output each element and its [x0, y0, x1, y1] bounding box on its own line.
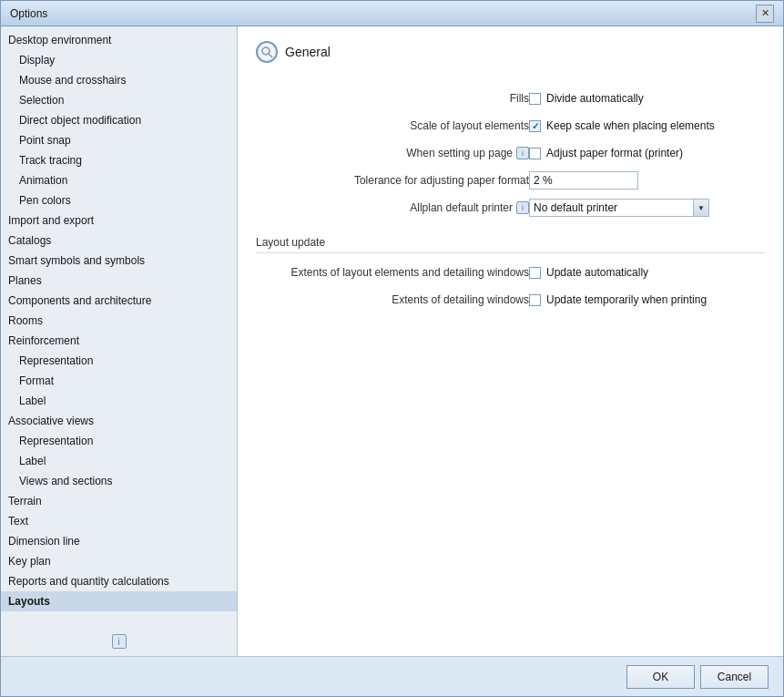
printer-control: ▼ [529, 199, 709, 217]
sidebar-item-selection[interactable]: Selection [1, 90, 237, 110]
sidebar-item-assoc-label[interactable]: Label [1, 451, 237, 471]
sidebar-item-components-arch[interactable]: Components and architecture [1, 291, 237, 311]
scale-checkbox[interactable] [529, 120, 541, 132]
tolerance-input[interactable] [529, 171, 638, 190]
printer-label: Allplan default printer [410, 201, 513, 214]
fills-checkbox[interactable] [529, 93, 541, 105]
when-setting-row: When setting up page i Adjust paper form… [256, 143, 765, 163]
sidebar-item-rooms[interactable]: Rooms [1, 311, 237, 331]
tolerance-control [529, 171, 638, 190]
printer-dropdown-wrapper: ▼ [529, 199, 709, 217]
title-bar: Options ✕ [1, 1, 783, 26]
general-form: Fills Divide automatically Scale of layo… [256, 88, 765, 218]
extents-layout-control: Update automatically [529, 266, 648, 279]
sidebar-item-planes[interactable]: Planes [1, 271, 237, 291]
tolerance-label: Tolerance for adjusting paper format [256, 174, 529, 187]
sidebar-item-layouts[interactable]: Layouts [1, 591, 237, 611]
tolerance-row: Tolerance for adjusting paper format [256, 170, 765, 190]
printer-dropdown-input[interactable] [529, 199, 693, 217]
main-header: General [256, 41, 765, 70]
extents-detailing-control: Update temporarily when printing [529, 293, 707, 306]
layout-update-section: Layout update Extents of layout elements… [256, 236, 765, 310]
when-setting-info-icon[interactable]: i [516, 147, 529, 159]
svg-line-1 [269, 54, 272, 57]
fills-control: Divide automatically [529, 92, 644, 105]
ok-button[interactable]: OK [626, 665, 695, 689]
extents-layout-checkbox-label: Update automatically [546, 266, 648, 279]
extents-layout-row: Extents of layout elements and detailing… [256, 262, 765, 282]
scale-label: Scale of layout elements [256, 119, 529, 132]
extents-detailing-label: Extents of detailing windows [256, 293, 529, 306]
sidebar-item-views-sections[interactable]: Views and sections [1, 471, 237, 491]
search-icon [256, 41, 278, 63]
fills-checkbox-label: Divide automatically [546, 92, 644, 105]
sidebar-item-reinforcement-representation[interactable]: Representation [1, 351, 237, 371]
scale-checkbox-label: Keep scale when placing elements [546, 119, 715, 132]
extents-layout-label: Extents of layout elements and detailing… [256, 266, 529, 279]
extents-layout-checkbox[interactable] [529, 267, 541, 279]
sidebar-item-point-snap[interactable]: Point snap [1, 130, 237, 150]
printer-row: Allplan default printer i ▼ [256, 198, 765, 218]
printer-label-area: Allplan default printer i [256, 201, 529, 214]
sidebar-item-track-tracing[interactable]: Track tracing [1, 150, 237, 170]
sidebar-item-import-export[interactable]: Import and export [1, 210, 237, 231]
sidebar-item-display[interactable]: Display [1, 50, 237, 70]
when-setting-label: When setting up page [406, 147, 513, 159]
section-title: General [285, 45, 331, 59]
scale-row: Scale of layout elements Keep scale when… [256, 116, 765, 136]
dialog-title: Options [10, 7, 47, 20]
printer-info-icon[interactable]: i [516, 201, 529, 214]
sidebar-item-desktop-env[interactable]: Desktop environment [1, 30, 237, 50]
sidebar-item-reports-quantity[interactable]: Reports and quantity calculations [1, 571, 237, 591]
sidebar-item-catalogs[interactable]: Catalogs [1, 231, 237, 251]
when-setting-checkbox-label: Adjust paper format (printer) [546, 147, 683, 159]
main-panel: General Fills Divide automatically Scale… [238, 26, 783, 656]
sidebar-item-reinforcement-label[interactable]: Label [1, 391, 237, 411]
sidebar-info-icon[interactable]: i [112, 634, 127, 649]
sidebar-item-assoc-representation[interactable]: Representation [1, 431, 237, 451]
extents-detailing-row: Extents of detailing windows Update temp… [256, 290, 765, 310]
extents-detailing-checkbox[interactable] [529, 294, 541, 306]
options-dialog: Options ✕ Desktop environment Display Mo… [0, 0, 784, 697]
sidebar: Desktop environment Display Mouse and cr… [1, 26, 238, 656]
extents-detailing-checkbox-label: Update temporarily when printing [546, 293, 707, 306]
scale-control: Keep scale when placing elements [529, 119, 715, 132]
sidebar-item-key-plan[interactable]: Key plan [1, 551, 237, 571]
svg-point-0 [262, 47, 270, 55]
sidebar-item-reinforcement-format[interactable]: Format [1, 371, 237, 391]
when-setting-checkbox[interactable] [529, 148, 541, 159]
sidebar-item-dimension-line[interactable]: Dimension line [1, 531, 237, 551]
sidebar-item-terrain[interactable]: Terrain [1, 491, 237, 511]
sidebar-item-text[interactable]: Text [1, 511, 237, 531]
printer-dropdown-btn[interactable]: ▼ [693, 199, 709, 217]
sidebar-item-smart-symbols[interactable]: Smart symbols and symbols [1, 251, 237, 271]
sidebar-item-animation[interactable]: Animation [1, 170, 237, 190]
close-button[interactable]: ✕ [756, 5, 774, 23]
sidebar-item-associative-views[interactable]: Associative views [1, 411, 237, 431]
bottom-bar: OK Cancel [1, 656, 783, 696]
layout-update-header: Layout update [256, 236, 765, 253]
fills-label: Fills [256, 92, 529, 105]
sidebar-item-pen-colors[interactable]: Pen colors [1, 190, 237, 210]
content-area: Desktop environment Display Mouse and cr… [1, 26, 783, 656]
sidebar-item-direct-object[interactable]: Direct object modification [1, 110, 237, 130]
fills-row: Fills Divide automatically [256, 88, 765, 108]
sidebar-item-mouse-crosshairs[interactable]: Mouse and crosshairs [1, 70, 237, 90]
when-setting-control: Adjust paper format (printer) [529, 147, 683, 159]
when-setting-label-area: When setting up page i [256, 147, 529, 159]
cancel-button[interactable]: Cancel [700, 665, 769, 689]
sidebar-item-reinforcement[interactable]: Reinforcement [1, 331, 237, 351]
